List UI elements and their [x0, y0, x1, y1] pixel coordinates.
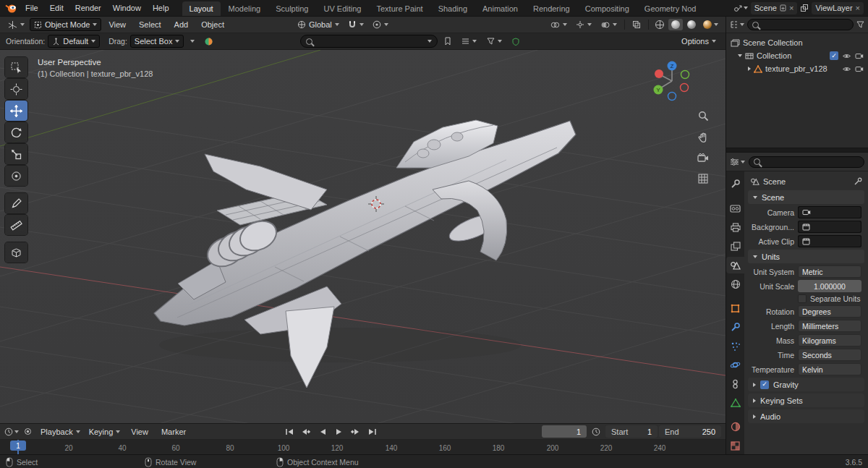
shading-solid-button[interactable]: [668, 19, 683, 30]
unit-system-dropdown[interactable]: Metric: [798, 265, 861, 278]
viewport[interactable]: User Perspective (1) Collection | textur…: [0, 50, 726, 423]
panel-divider[interactable]: [726, 148, 868, 153]
object-expand-icon[interactable]: [748, 67, 751, 71]
gravity-checkbox[interactable]: [760, 380, 769, 389]
scene-panel-header[interactable]: Scene: [748, 190, 864, 204]
workspace-tab-rendering[interactable]: Rendering: [526, 1, 577, 16]
list-icon[interactable]: [458, 35, 480, 48]
object-menu[interactable]: Object: [195, 17, 230, 33]
outliner-search[interactable]: [747, 19, 854, 30]
tab-modifiers[interactable]: [726, 319, 744, 336]
menu-render[interactable]: Render: [69, 0, 107, 16]
outliner-filter-icon[interactable]: [856, 21, 864, 28]
tool-add-primitive[interactable]: [5, 242, 27, 263]
unlink-scene-icon[interactable]: [789, 4, 793, 12]
xray-toggle[interactable]: [629, 18, 644, 31]
tool-scale[interactable]: [5, 144, 27, 164]
length-dropdown[interactable]: Millimeters: [798, 320, 861, 332]
frame-end-field[interactable]: End 250: [659, 425, 721, 438]
tool-measure[interactable]: [5, 215, 27, 235]
keying-menu[interactable]: Keying: [85, 425, 124, 438]
jump-to-start-button[interactable]: [281, 425, 297, 438]
frame-start-field[interactable]: Start 1: [605, 425, 658, 438]
gizmo-x-axis[interactable]: [655, 69, 663, 78]
tab-scene[interactable]: [726, 257, 744, 273]
time-dropdown[interactable]: Seconds: [798, 349, 861, 361]
snapping-button[interactable]: [344, 18, 367, 31]
tab-object-data[interactable]: [726, 394, 744, 411]
editor-type-button[interactable]: [4, 18, 28, 31]
properties-search-input[interactable]: [763, 158, 859, 166]
auto-keying-record-button[interactable]: [20, 425, 35, 438]
timeline-editor-type-button[interactable]: [4, 427, 19, 436]
shading-material-button[interactable]: [684, 19, 699, 30]
outliner-search-input[interactable]: [762, 20, 848, 29]
timeline-marker-menu[interactable]: Marker: [156, 424, 192, 439]
play-reverse-button[interactable]: [315, 425, 330, 438]
options-dropdown[interactable]: Options: [678, 35, 720, 48]
tab-world[interactable]: [726, 276, 744, 292]
playback-menu[interactable]: Playback: [37, 425, 84, 438]
new-scene-icon[interactable]: [780, 4, 786, 12]
tool-select-box[interactable]: [5, 57, 27, 77]
units-panel-header[interactable]: Units: [748, 250, 864, 263]
orientation-setting-dropdown[interactable]: Default: [48, 35, 100, 48]
tab-view-layer[interactable]: [726, 238, 744, 255]
shading-wireframe-button[interactable]: [652, 19, 667, 30]
shield-icon[interactable]: [509, 35, 523, 48]
zoom-icon[interactable]: [697, 109, 710, 122]
mode-selector[interactable]: Object Mode: [30, 18, 101, 31]
use-preview-range-clock-icon[interactable]: [588, 425, 604, 438]
workspace-tab-layout[interactable]: Layout: [182, 1, 221, 16]
gizmos-dropdown[interactable]: [572, 18, 595, 31]
collection-render-camera-icon[interactable]: [855, 53, 864, 59]
tab-texture[interactable]: [726, 438, 744, 454]
audio-panel-header[interactable]: Audio: [748, 409, 864, 423]
filter-icon[interactable]: [483, 35, 506, 48]
tool-transform[interactable]: [5, 166, 27, 186]
scene-selector[interactable]: Scene: [751, 2, 798, 14]
active-clip-field[interactable]: [798, 235, 861, 247]
current-frame-field[interactable]: 1: [542, 425, 587, 438]
navigation-gizmo[interactable]: Z Y: [650, 59, 694, 103]
keying-sets-panel-header[interactable]: Keying Sets: [748, 393, 864, 407]
tab-output[interactable]: [726, 219, 744, 236]
gizmo-y-neg[interactable]: [681, 71, 689, 79]
viewlayer-browse-icon[interactable]: [800, 4, 809, 12]
menu-help[interactable]: Help: [147, 0, 175, 16]
viewport-search[interactable]: [300, 35, 438, 48]
workspace-tab-shading[interactable]: Shading: [431, 1, 475, 16]
workspace-tab-compositing[interactable]: Compositing: [578, 1, 637, 16]
workspace-tab-uv-editing[interactable]: UV Editing: [316, 1, 368, 16]
properties-editor-type-button[interactable]: [730, 158, 745, 166]
viewlayer-selector[interactable]: ViewLayer: [812, 2, 864, 14]
object-visibility-dropdown[interactable]: [547, 18, 571, 31]
view-menu[interactable]: View: [103, 17, 132, 33]
outliner-row-scene-collection[interactable]: Scene Collection: [726, 36, 868, 49]
tab-physics[interactable]: [726, 357, 744, 373]
previous-keyframe-button[interactable]: [298, 425, 313, 438]
object-render-camera-icon[interactable]: [855, 66, 864, 72]
falloff-icon[interactable]: [204, 37, 213, 46]
playhead[interactable]: 1: [10, 441, 26, 451]
pan-hand-icon[interactable]: [697, 130, 710, 143]
tab-constraints[interactable]: [726, 375, 744, 392]
viewport-canvas[interactable]: [0, 50, 726, 423]
ortho-grid-icon[interactable]: [697, 172, 710, 185]
collection-expand-icon[interactable]: [738, 54, 742, 57]
tab-particles[interactable]: [726, 338, 744, 354]
tool-extra-dropdown[interactable]: [187, 35, 198, 48]
timeline-view-menu[interactable]: View: [125, 424, 154, 439]
gizmo-z-neg[interactable]: [668, 93, 676, 101]
object-hide-eye-icon[interactable]: [842, 66, 851, 72]
select-menu[interactable]: Select: [133, 17, 167, 33]
workspace-tab-animation[interactable]: Animation: [475, 1, 525, 16]
workspace-tab-modeling[interactable]: Modeling: [221, 1, 268, 16]
menu-file[interactable]: File: [20, 0, 44, 16]
tool-move[interactable]: [5, 101, 27, 121]
tab-tool[interactable]: [726, 176, 744, 192]
pin-tool-icon[interactable]: [854, 177, 862, 186]
workspace-tab-texture-paint[interactable]: Texture Paint: [369, 1, 430, 16]
drag-setting-dropdown[interactable]: Select Box: [130, 35, 184, 48]
spaceship-model[interactable]: [154, 120, 576, 388]
